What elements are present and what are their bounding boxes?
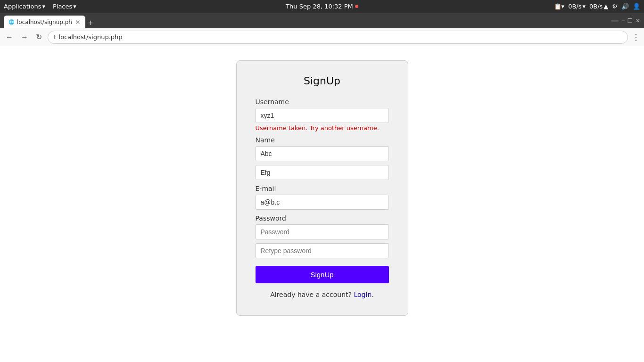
page-content: SignUp Username Username taken. Try anot… (0, 46, 644, 362)
name-label: Name (256, 136, 389, 144)
password-label: Password (256, 214, 389, 222)
password-group: Password (256, 214, 389, 258)
username-label: Username (256, 98, 389, 106)
volume-icon[interactable]: 🔊 (621, 3, 629, 10)
net-up-indicator: 0B/s▲ (589, 3, 608, 10)
email-input[interactable] (256, 195, 389, 210)
url-bar[interactable]: ℹ localhost/signup.php (48, 31, 628, 44)
tab-favicon: 🌐 (8, 19, 14, 25)
secure-icon: ℹ (54, 34, 56, 41)
os-clock: Thu Sep 28, 10:32 PM (286, 3, 358, 10)
minimize-button[interactable]: − (621, 17, 625, 24)
browser-menu-button[interactable]: ⋮ (632, 32, 640, 42)
user-icon[interactable]: 👤 (633, 3, 640, 10)
guest-label (611, 20, 619, 22)
password-input[interactable] (256, 224, 389, 239)
url-text: localhost/signup.php (59, 33, 123, 41)
settings-icon[interactable]: ⚙ (612, 3, 618, 10)
back-button[interactable]: ← (4, 32, 15, 42)
clipboard-icon[interactable]: 📋▾ (554, 3, 565, 10)
email-label: E-mail (256, 185, 389, 192)
username-error: Username taken. Try another username. (256, 124, 389, 132)
recording-dot (355, 5, 358, 8)
window-controls: − ❐ ✕ (611, 17, 640, 24)
signup-title: SignUp (256, 75, 389, 87)
os-topbar: Applications ▾ Places ▾ Thu Sep 28, 10:3… (0, 0, 644, 13)
os-topbar-right: 📋▾ 0B/s▾ 0B/s▲ ⚙ 🔊 👤 (554, 3, 640, 10)
restore-button[interactable]: ❐ (627, 17, 633, 24)
close-button[interactable]: ✕ (636, 17, 640, 24)
login-link[interactable]: LogIn (354, 291, 372, 298)
os-topbar-left: Applications ▾ Places ▾ (4, 3, 76, 10)
datetime-text: Thu Sep 28, 10:32 PM (286, 3, 353, 10)
applications-chevron: ▾ (42, 3, 45, 10)
already-label: Already have a account? (270, 291, 352, 298)
username-input[interactable] (256, 108, 389, 123)
name-group: Name (256, 136, 389, 180)
reload-button[interactable]: ↻ (34, 32, 44, 42)
tab-title: localhost/signup.ph (17, 19, 72, 25)
email-group: E-mail (256, 185, 389, 210)
forward-button[interactable]: → (19, 32, 30, 42)
address-bar: ← → ↻ ℹ localhost/signup.php ⋮ (0, 28, 644, 46)
tab-bar: 🌐 localhost/signup.ph ✕ + (4, 13, 609, 28)
already-account-text: Already have a account? LogIn. (256, 291, 389, 298)
places-label: Places (53, 3, 72, 10)
active-tab[interactable]: 🌐 localhost/signup.ph ✕ (4, 16, 85, 28)
applications-label: Applications (4, 3, 41, 10)
username-group: Username Username taken. Try another use… (256, 98, 389, 132)
places-chevron: ▾ (73, 3, 76, 10)
tab-close-button[interactable]: ✕ (75, 18, 81, 26)
firstname-input[interactable] (256, 146, 389, 161)
retype-password-input[interactable] (256, 243, 389, 258)
net-down-indicator: 0B/s▾ (568, 3, 586, 10)
applications-menu[interactable]: Applications ▾ (4, 3, 45, 10)
signup-button[interactable]: SignUp (256, 266, 389, 283)
browser-chrome: 🌐 localhost/signup.ph ✕ + − ❐ ✕ (0, 13, 644, 28)
signup-card: SignUp Username Username taken. Try anot… (236, 60, 408, 316)
new-tab-button[interactable]: + (85, 18, 96, 28)
lastname-input[interactable] (256, 165, 389, 180)
places-menu[interactable]: Places ▾ (53, 3, 76, 10)
